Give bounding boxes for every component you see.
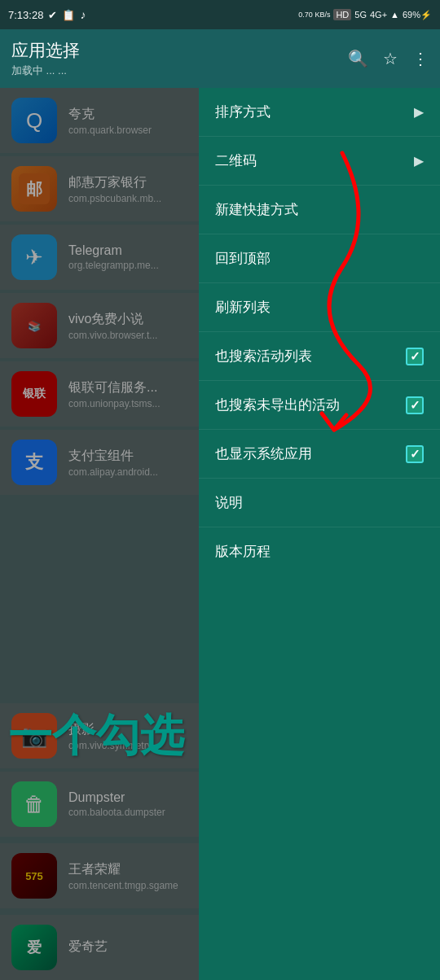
menu-label-changelog: 版本历程 <box>215 542 271 561</box>
menu-label-sort: 排序方式 <box>215 103 271 121</box>
network-speed: 0.70 KB/s <box>298 11 330 19</box>
menu-label-refresh: 刷新列表 <box>215 298 271 317</box>
menu-label-help: 说明 <box>215 493 243 512</box>
paste-icon: 📋 <box>62 9 75 21</box>
page-subtitle: 加载中 ... ... <box>11 63 80 78</box>
menu-item-top[interactable]: 回到顶部 <box>199 234 440 283</box>
menu-item-refresh[interactable]: 刷新列表 <box>199 283 440 332</box>
status-bar: 7:13:28 ✔ 📋 ♪ 0.70 KB/s HD 5G 4G+ ▲ 69%⚡ <box>0 0 440 29</box>
more-options-icon[interactable]: ⋮ <box>412 49 429 68</box>
checkbox-search-unexported[interactable] <box>406 396 424 414</box>
context-menu-overlay: 排序方式 ▶ 二维码 ▶ 新建快捷方式 回到顶部 刷新列表 也搜索活动列表 也搜… <box>0 88 440 980</box>
menu-item-qrcode[interactable]: 二维码 ▶ <box>199 137 440 186</box>
checkbox-show-system[interactable] <box>406 445 424 463</box>
arrow-icon-qrcode: ▶ <box>414 153 424 168</box>
overlay-dim-left[interactable] <box>0 88 199 980</box>
signal-4g: 4G+ <box>370 10 387 20</box>
star-icon[interactable]: ☆ <box>383 49 398 68</box>
status-left: 7:13:28 ✔ 📋 ♪ <box>8 8 86 21</box>
menu-item-changelog[interactable]: 版本历程 <box>199 527 440 575</box>
menu-label-search-activity: 也搜索活动列表 <box>215 347 312 365</box>
battery-display: 69%⚡ <box>403 10 432 20</box>
menu-item-help[interactable]: 说明 <box>199 479 440 527</box>
arrow-icon-sort: ▶ <box>414 104 424 120</box>
page-title: 应用选择 <box>11 39 80 62</box>
menu-label-top: 回到顶部 <box>215 249 271 268</box>
header-title-group: 应用选择 加载中 ... ... <box>11 39 80 78</box>
menu-item-search-unexported[interactable]: 也搜索未导出的活动 <box>199 381 440 430</box>
menu-label-qrcode: 二维码 <box>215 151 257 170</box>
checkbox-search-activity[interactable] <box>406 348 424 365</box>
hd-badge: HD <box>333 9 351 20</box>
tiktok-icon: ♪ <box>80 8 86 21</box>
menu-item-show-system[interactable]: 也显示系统应用 <box>199 430 440 479</box>
time-display: 7:13:28 <box>8 9 43 21</box>
search-icon[interactable]: 🔍 <box>348 49 368 68</box>
app-header: 应用选择 加载中 ... ... 🔍 ☆ ⋮ <box>0 29 440 88</box>
context-menu-panel: 排序方式 ▶ 二维码 ▶ 新建快捷方式 回到顶部 刷新列表 也搜索活动列表 也搜… <box>199 88 440 980</box>
wifi-icon: ▲ <box>390 10 399 20</box>
menu-label-show-system: 也显示系统应用 <box>215 444 312 463</box>
verified-icon: ✔ <box>48 9 57 21</box>
header-actions: 🔍 ☆ ⋮ <box>348 49 429 68</box>
menu-item-search-activity[interactable]: 也搜索活动列表 <box>199 332 440 381</box>
menu-item-sort[interactable]: 排序方式 ▶ <box>199 88 440 137</box>
menu-label-shortcut: 新建快捷方式 <box>215 200 298 219</box>
signal-5g: 5G <box>354 10 367 20</box>
menu-item-shortcut[interactable]: 新建快捷方式 <box>199 186 440 234</box>
menu-label-search-unexported: 也搜索未导出的活动 <box>215 396 340 414</box>
status-right: 0.70 KB/s HD 5G 4G+ ▲ 69%⚡ <box>298 9 432 20</box>
